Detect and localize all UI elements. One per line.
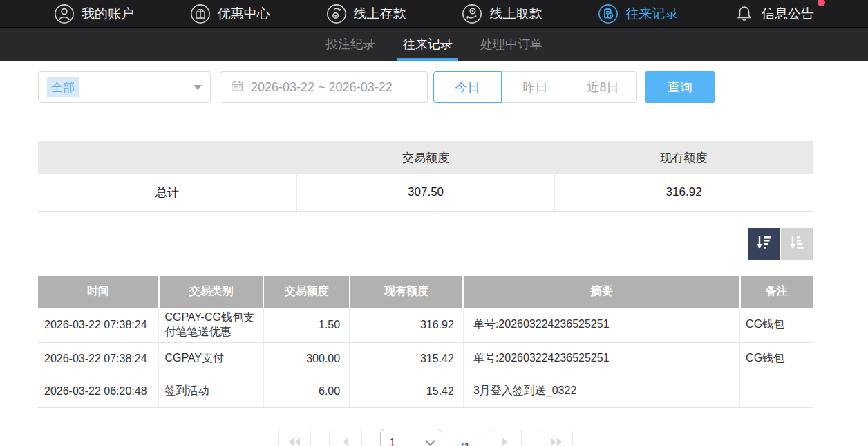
main-content: 全部 2026-03-22 ~ 2026-03-22 今日 昨日 近8日 查询 (38, 71, 813, 446)
nav-item-label: 我的账户 (82, 5, 134, 23)
cell-summary: 3月登入签到送_0322 (463, 375, 739, 407)
summary-header-row: 交易额度 现有额度 (38, 141, 813, 174)
sort-ascending-button[interactable] (781, 228, 813, 260)
page-select[interactable]: 1 (380, 429, 442, 446)
cell-time: 2026-03-22 06:20:48 (38, 375, 159, 407)
nav-item-label: 往来记录 (625, 5, 678, 23)
nav-item-my-account[interactable]: 我的账户 (54, 3, 134, 24)
header-type: 交易类别 (159, 276, 263, 308)
next-page-button[interactable] (489, 429, 522, 446)
nav-item-label: 信息公告 (762, 5, 814, 23)
cell-balance: 315.42 (350, 342, 464, 375)
date-range-input[interactable]: 2026-03-22 ~ 2026-03-22 (220, 71, 428, 103)
gift-icon (190, 3, 211, 24)
bell-icon (734, 3, 755, 24)
cell-amount: 300.00 (263, 342, 349, 375)
nav-item-label: 优惠中心 (218, 5, 270, 23)
sort-amount-desc-icon (754, 233, 773, 254)
left-arrow-icon (341, 437, 350, 446)
cell-type: CGPAY支付 (159, 342, 263, 375)
records-icon (598, 3, 619, 24)
records-tabbar: 投注纪录 往来记录 处理中订单 (0, 28, 868, 61)
header-note: 备注 (740, 276, 813, 308)
summary-table: 交易额度 现有额度 总计 307.50 316.92 (38, 141, 813, 212)
tab-betting-records[interactable]: 投注纪录 (324, 28, 377, 61)
header-summary: 摘要 (463, 276, 739, 308)
header-time: 时间 (38, 276, 159, 308)
type-select-value: 全部 (47, 77, 79, 97)
cell-summary: 单号:202603224236525251 (463, 308, 739, 343)
chevron-down-icon (194, 85, 202, 90)
deposit-icon (326, 3, 347, 24)
header-amount: 交易额度 (263, 276, 349, 308)
summary-header-transaction: 交易额度 (296, 141, 554, 174)
cell-amount: 6.00 (263, 375, 349, 407)
double-left-arrow-icon (287, 437, 301, 446)
nav-item-promotions[interactable]: 优惠中心 (190, 3, 270, 24)
table-row: 2026-03-22 07:38:24 CGPAY支付 300.00 315.4… (38, 342, 813, 375)
filter-row: 全部 2026-03-22 ~ 2026-03-22 今日 昨日 近8日 查询 (38, 71, 813, 103)
calendar-icon (230, 79, 244, 96)
today-button[interactable]: 今日 (433, 71, 502, 103)
last-8-days-button[interactable]: 近8日 (569, 71, 637, 103)
nav-item-label: 线上取款 (489, 5, 542, 23)
notification-badge (818, 0, 825, 6)
nav-item-withdraw[interactable]: 线上取款 (462, 3, 542, 24)
summary-header-balance: 现有额度 (555, 141, 813, 174)
summary-total-label: 总计 (38, 174, 296, 211)
transaction-type-select[interactable]: 全部 (38, 71, 211, 103)
records-header-row: 时间 交易类别 交易额度 现有额度 摘要 备注 (38, 276, 813, 308)
sort-amount-asc-icon (787, 233, 806, 254)
table-row: 2026-03-22 07:38:24 CGPAY-CG钱包支付笔笔送优惠 1.… (38, 308, 813, 343)
cell-type: CGPAY-CG钱包支付笔笔送优惠 (159, 308, 263, 343)
nav-item-deposit[interactable]: 线上存款 (326, 3, 406, 24)
cell-amount: 1.50 (263, 308, 349, 343)
last-page-button[interactable] (540, 429, 573, 446)
cell-note: CG钱包 (740, 308, 813, 343)
quick-date-button-group: 今日 昨日 近8日 (433, 71, 637, 103)
double-right-arrow-icon (549, 437, 563, 446)
pagination: 1 /1 (38, 429, 813, 446)
previous-page-button[interactable] (329, 429, 362, 446)
search-button[interactable]: 查询 (645, 71, 715, 103)
cell-time: 2026-03-22 07:38:24 (38, 308, 159, 343)
date-range-value: 2026-03-22 ~ 2026-03-22 (251, 80, 393, 95)
summary-total-row: 总计 307.50 316.92 (38, 174, 813, 211)
nav-item-announcements[interactable]: 信息公告 (734, 3, 814, 24)
nav-item-records[interactable]: 往来记录 (598, 3, 678, 24)
cell-note (740, 375, 813, 407)
first-page-button[interactable] (278, 429, 311, 446)
nav-item-label: 线上存款 (354, 5, 406, 23)
cell-note: CG钱包 (740, 342, 813, 375)
tab-processing-orders[interactable]: 处理中订单 (479, 28, 544, 61)
sort-controls (38, 228, 813, 260)
sort-descending-button[interactable] (748, 228, 780, 260)
table-row: 2026-03-22 06:20:48 签到活动 6.00 15.42 3月登入… (38, 375, 813, 407)
records-table: 时间 交易类别 交易额度 现有额度 摘要 备注 2026-03-22 07:38… (38, 276, 813, 408)
cell-summary: 单号:202603224236525251 (463, 342, 739, 375)
user-icon (54, 3, 75, 24)
right-arrow-icon (501, 437, 509, 446)
withdraw-icon (462, 3, 482, 24)
tab-transaction-records[interactable]: 往来记录 (402, 28, 454, 61)
summary-transaction-total: 307.50 (296, 174, 554, 211)
summary-header-empty (38, 141, 296, 174)
cell-type: 签到活动 (159, 375, 263, 407)
summary-balance-total: 316.92 (555, 174, 813, 211)
cell-time: 2026-03-22 07:38:24 (38, 342, 159, 375)
top-nav: 我的账户 优惠中心 线上存款 (0, 0, 868, 28)
cell-balance: 316.92 (350, 308, 464, 343)
header-balance: 现有额度 (350, 276, 464, 308)
page-total-label: /1 (460, 429, 471, 446)
page-select-value: 1 (389, 436, 395, 446)
cell-balance: 15.42 (350, 375, 464, 407)
yesterday-button[interactable]: 昨日 (501, 71, 569, 103)
chevron-down-icon (426, 437, 435, 446)
